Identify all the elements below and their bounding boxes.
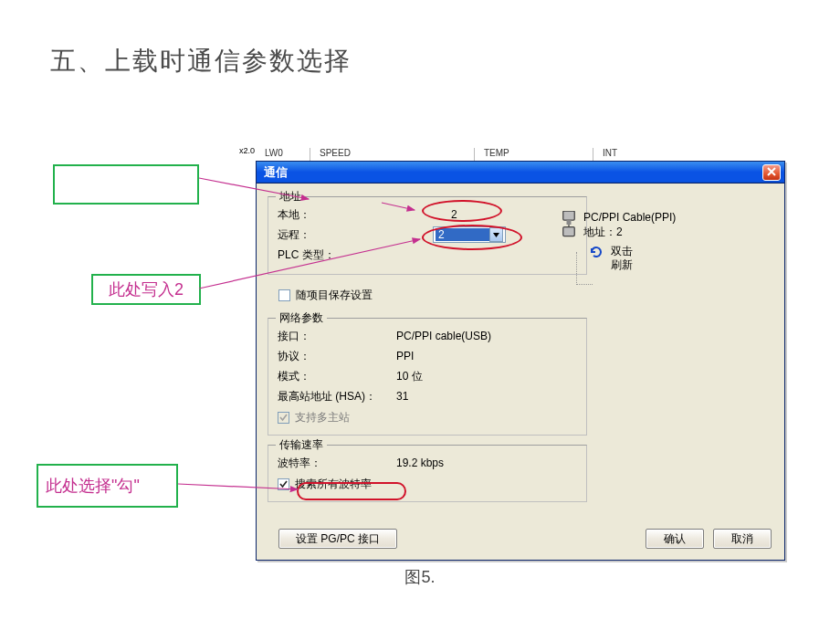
hsa-label: 最高站地址 (HSA)： <box>278 389 396 404</box>
transfer-fieldset: 传输速率 波特率：19.2 kbps 搜索所有波特率 <box>268 445 587 502</box>
communication-dialog: 通信 地址 本地： 2 远程： 2 <box>256 161 785 561</box>
callout-box-1 <box>53 164 199 205</box>
multi-master-label: 支持多主站 <box>295 410 350 425</box>
callout-box-2: 此处写入2 <box>91 274 201 305</box>
interface-value: PC/PPI cable(USB) <box>396 330 577 342</box>
close-button[interactable] <box>762 164 781 181</box>
plc-type-row: PLC 类型： <box>278 245 577 265</box>
bg-xlabel: x2.0 <box>239 146 255 155</box>
dialog-body: 地址 本地： 2 远程： 2 PLC 类型： <box>257 184 784 560</box>
protocol-label: 协议： <box>278 349 396 364</box>
search-all-baud-label: 搜索所有波特率 <box>295 477 372 492</box>
callout-box-3: 此处选择"勾" <box>37 464 178 508</box>
tree-node-cable[interactable]: PC/PPI Cable(PPI) 地址：2 <box>560 211 697 241</box>
multi-master-checkbox: 支持多主站 <box>278 410 350 425</box>
transfer-legend: 传输速率 <box>276 437 327 453</box>
ok-button[interactable]: 确认 <box>646 529 704 549</box>
set-pgpc-button[interactable]: 设置 PG/PC 接口 <box>278 529 397 549</box>
close-icon <box>767 165 776 179</box>
tree-refresh-text: 双击 刷新 <box>611 245 633 273</box>
tree-line <box>576 252 593 285</box>
local-label: 本地： <box>278 207 396 223</box>
local-value: 2 <box>396 208 577 221</box>
figure-caption: 图5. <box>0 566 840 588</box>
svg-rect-0 <box>563 211 575 220</box>
cable-icon <box>560 211 578 241</box>
network-fieldset: 网络参数 接口：PC/PPI cable(USB) 协议：PPI 模式：10 位… <box>268 318 587 436</box>
remote-dropdown[interactable]: 2 <box>433 226 506 243</box>
dropdown-arrow-icon <box>489 227 503 242</box>
local-row: 本地： 2 <box>278 205 577 225</box>
bg-col-int: INT <box>593 148 685 161</box>
svg-rect-1 <box>567 220 572 225</box>
protocol-value: PPI <box>396 350 577 362</box>
tree-cable-text: PC/PPI Cable(PPI) 地址：2 <box>583 211 676 241</box>
bg-col-speed: SPEED <box>310 148 475 161</box>
remote-row: 远程： 2 <box>278 225 577 245</box>
checkbox-icon <box>278 412 289 424</box>
bg-col-lw0: LW0 <box>256 148 310 161</box>
baud-value: 19.2 kbps <box>396 457 577 469</box>
svg-rect-2 <box>563 227 575 236</box>
mode-label: 模式： <box>278 369 396 384</box>
mode-value: 10 位 <box>396 369 577 384</box>
hsa-value: 31 <box>396 390 577 403</box>
dialog-titlebar[interactable]: 通信 <box>257 162 784 184</box>
network-legend: 网络参数 <box>276 310 327 326</box>
page-title: 五、上载时通信参数选择 <box>50 44 352 79</box>
remote-dropdown-value: 2 <box>436 228 489 241</box>
plc-type-label: PLC 类型： <box>278 247 396 263</box>
save-with-project-label: 随项目保存设置 <box>296 288 373 303</box>
remote-label: 远程： <box>278 227 396 243</box>
interface-label: 接口： <box>278 329 396 344</box>
address-fieldset: 地址 本地： 2 远程： 2 PLC 类型： <box>268 196 587 275</box>
search-all-baud-checkbox[interactable]: 搜索所有波特率 <box>278 477 372 492</box>
bg-col-temp: TEMP <box>475 148 593 161</box>
checkbox-icon <box>278 289 290 301</box>
baud-label: 波特率： <box>278 456 396 471</box>
address-legend: 地址 <box>276 189 305 205</box>
device-tree: PC/PPI Cable(PPI) 地址：2 双击 刷新 <box>560 211 697 273</box>
checkbox-icon <box>278 478 289 490</box>
cancel-button[interactable]: 取消 <box>713 529 772 549</box>
tree-node-refresh[interactable]: 双击 刷新 <box>580 245 697 273</box>
dialog-title: 通信 <box>264 164 762 181</box>
save-with-project-checkbox[interactable]: 随项目保存设置 <box>278 288 373 303</box>
bg-column-headers: LW0 SPEED TEMP INT <box>256 148 785 161</box>
